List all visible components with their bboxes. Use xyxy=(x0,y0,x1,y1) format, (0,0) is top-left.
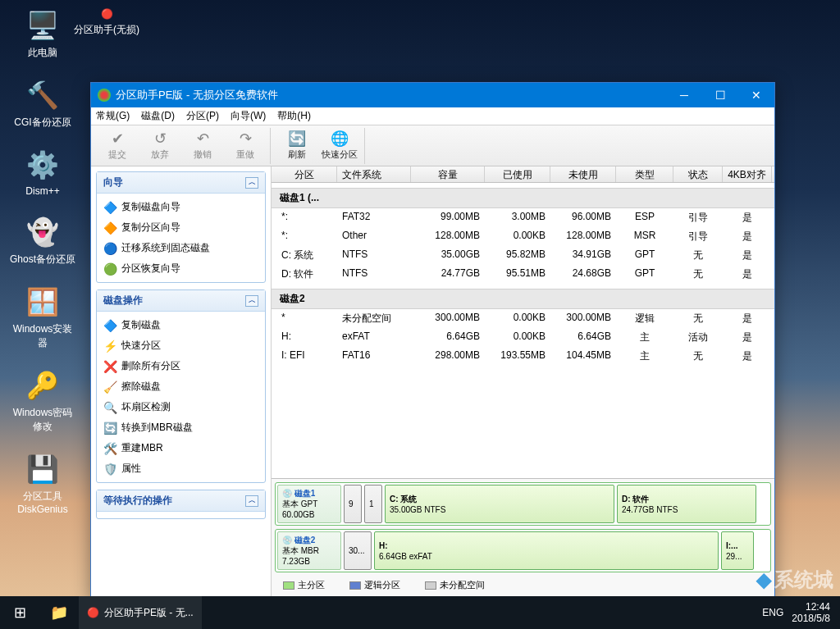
item-icon: 🔵 xyxy=(103,242,116,255)
sidebar-item[interactable]: 🔄转换到MBR磁盘 xyxy=(97,417,265,438)
partition-size: 6.64GB exFAT xyxy=(379,551,714,562)
panel-header[interactable]: 磁盘操作︿ xyxy=(97,290,265,312)
icon: 💾 xyxy=(25,452,60,486)
item-icon: 🔷 xyxy=(103,201,116,214)
desktop-icon[interactable]: 🔨CGI备份还原 xyxy=(10,78,75,130)
partition-size: 30... xyxy=(349,545,367,556)
maximize-button[interactable]: ☐ xyxy=(702,83,738,107)
desktop-icon[interactable]: 💾分区工具DiskGenius xyxy=(10,452,75,515)
toolbar-label: 重做 xyxy=(236,148,254,161)
desktop-icon[interactable]: ⚙️Dism++ xyxy=(10,148,75,197)
table-row[interactable]: I: EFIFAT16298.00MB193.55MB104.45MB主无是 xyxy=(272,347,774,366)
panel-header[interactable]: 等待执行的操作︿ xyxy=(97,490,265,512)
cell: 无 xyxy=(673,312,723,326)
partition-block[interactable]: C: 系统35.00GB NTFS xyxy=(385,485,614,523)
menu-item[interactable]: 向导(W) xyxy=(231,109,266,123)
menu-item[interactable]: 帮助(H) xyxy=(277,109,311,123)
column-header[interactable]: 文件系统 xyxy=(337,166,411,182)
sidebar-item[interactable]: 🛡️属性 xyxy=(97,458,265,479)
column-header[interactable]: 状态 xyxy=(673,166,723,182)
desktop-icon-partition-assistant[interactable]: 🔴 分区助手(无损) xyxy=(74,8,139,37)
sidebar-item-label: 分区恢复向导 xyxy=(121,262,180,276)
cell: NTFS xyxy=(337,267,411,281)
partition-block[interactable]: 30... xyxy=(344,531,372,570)
collapse-icon[interactable]: ︿ xyxy=(245,177,258,189)
desktop-icon[interactable]: 🖥️此电脑 xyxy=(10,8,75,60)
close-button[interactable]: ✕ xyxy=(738,83,774,107)
sidebar-item[interactable]: ❌删除所有分区 xyxy=(97,356,265,376)
menu-item[interactable]: 磁盘(D) xyxy=(141,109,175,123)
titlebar[interactable]: 分区助手PE版 - 无损分区免费软件 ─ ☐ ✕ xyxy=(91,83,774,107)
column-header[interactable]: 类型 xyxy=(616,166,673,182)
cell: 104.45MB xyxy=(550,349,616,363)
start-button[interactable]: ⊞ xyxy=(0,596,39,629)
toolbar-button[interactable]: 🌐快速分区 xyxy=(318,128,361,164)
sidebar-item[interactable]: 🔍坏扇区检测 xyxy=(97,397,265,417)
item-icon: ❌ xyxy=(103,360,116,373)
sidebar-item-label: 复制磁盘向导 xyxy=(121,200,180,214)
menu-item[interactable]: 常规(G) xyxy=(96,109,130,123)
sidebar-item[interactable]: 🔷复制磁盘向导 xyxy=(97,197,265,217)
desktop-icon[interactable]: 🔑Windows密码修改 xyxy=(10,368,75,434)
column-header[interactable]: 未使用 xyxy=(550,166,616,182)
sidebar-item-label: 擦除磁盘 xyxy=(121,380,161,394)
table-row[interactable]: *未分配空间300.00MB0.00KB300.00MB逻辑无是 xyxy=(272,309,774,328)
cell: 是 xyxy=(723,312,772,326)
disk-block[interactable]: 💿 磁盘1基本 GPT60.00GB xyxy=(277,485,341,523)
diskmap-row: 💿 磁盘2基本 MBR7.23GB30...H:6.64GB exFATI:..… xyxy=(275,529,771,572)
sidebar-item[interactable]: 🔷复制磁盘 xyxy=(97,315,265,335)
sidebar-item-label: 删除所有分区 xyxy=(121,359,180,373)
item-icon: 🧹 xyxy=(103,381,116,394)
desktop-icon-label: Windows安装器 xyxy=(10,322,75,350)
tray-lang[interactable]: ENG xyxy=(762,607,783,618)
partition-block[interactable]: D: 软件24.77GB NTFS xyxy=(617,485,756,523)
sidebar-item[interactable]: 🛠️重建MBR xyxy=(97,438,265,458)
collapse-icon[interactable]: ︿ xyxy=(245,495,258,507)
menu-item[interactable]: 分区(P) xyxy=(186,109,219,123)
panel-header[interactable]: 向导︿ xyxy=(97,172,265,194)
partition-block[interactable]: 9 xyxy=(344,485,362,523)
table-row[interactable]: *:FAT3299.00MB3.00MB96.00MBESP引导是 xyxy=(272,208,774,227)
column-header[interactable]: 已使用 xyxy=(485,166,550,182)
system-tray[interactable]: ENG 12:44 2018/5/8 xyxy=(752,601,840,625)
column-header[interactable]: 容量 xyxy=(411,166,485,182)
taskbar: ⊞ 📁 🔴 分区助手PE版 - 无... ENG 12:44 2018/5/8 xyxy=(0,596,840,629)
disk-block[interactable]: 💿 磁盘2基本 MBR7.23GB xyxy=(277,531,341,570)
sidebar-item[interactable]: 🔶复制分区向导 xyxy=(97,217,265,238)
table-row[interactable]: *:Other128.00MB0.00KB128.00MBMSR引导是 xyxy=(272,227,774,246)
table-row[interactable]: H:exFAT6.64GB0.00KB6.64GB主活动是 xyxy=(272,328,774,347)
item-icon: 🔍 xyxy=(103,401,116,414)
legend-item: 未分配空间 xyxy=(425,579,485,591)
toolbar-label: 快速分区 xyxy=(322,148,358,161)
cell: 298.00MB xyxy=(411,349,485,363)
taskbar-app[interactable]: 🔴 分区助手PE版 - 无... xyxy=(79,596,202,629)
disk-group-header[interactable]: 磁盘2 xyxy=(272,289,774,309)
partition-block[interactable]: 1 xyxy=(364,485,382,523)
desktop-icon[interactable]: 🪟Windows安装器 xyxy=(10,285,75,350)
column-header[interactable]: 4KB对齐 xyxy=(723,166,772,182)
cell: GPT xyxy=(616,248,673,262)
toolbar-button[interactable]: 🔄刷新 xyxy=(276,128,318,164)
desktop-icon[interactable]: 👻Ghost备份还原 xyxy=(10,215,75,267)
partition-size: 9 xyxy=(349,499,357,509)
collapse-icon[interactable]: ︿ xyxy=(245,295,258,307)
disk-map: 💿 磁盘1基本 GPT60.00GB91C: 系统35.00GB NTFSD: … xyxy=(272,478,774,598)
sidebar-item[interactable]: ⚡快速分区 xyxy=(97,335,265,356)
sidebar-item[interactable]: 🧹擦除磁盘 xyxy=(97,376,265,397)
sidebar-item[interactable]: 🔵迁移系统到固态磁盘 xyxy=(97,238,265,258)
app-icon: 🔴 xyxy=(101,8,113,20)
cell: 99.00MB xyxy=(411,211,485,225)
partition-block[interactable]: H:6.64GB exFAT xyxy=(374,531,719,570)
partition-block[interactable]: I:...29... xyxy=(721,531,754,570)
table-row[interactable]: C: 系统NTFS35.00GB95.82MB34.91GBGPT无是 xyxy=(272,246,774,265)
cell: 无 xyxy=(673,248,723,262)
taskbar-explorer[interactable]: 📁 xyxy=(39,596,79,629)
sidebar-item[interactable]: 🟢分区恢复向导 xyxy=(97,258,265,279)
table-row[interactable]: D: 软件NTFS24.77GB95.51MB24.68GBGPT无是 xyxy=(272,265,774,284)
cell: H: xyxy=(272,330,337,344)
column-header[interactable]: 分区 xyxy=(272,166,337,182)
disk-group-header[interactable]: 磁盘1 (... xyxy=(272,188,774,208)
menubar: 常规(G)磁盘(D)分区(P)向导(W)帮助(H) xyxy=(91,107,774,125)
minimize-button[interactable]: ─ xyxy=(666,83,702,107)
cell: 300.00MB xyxy=(411,312,485,326)
